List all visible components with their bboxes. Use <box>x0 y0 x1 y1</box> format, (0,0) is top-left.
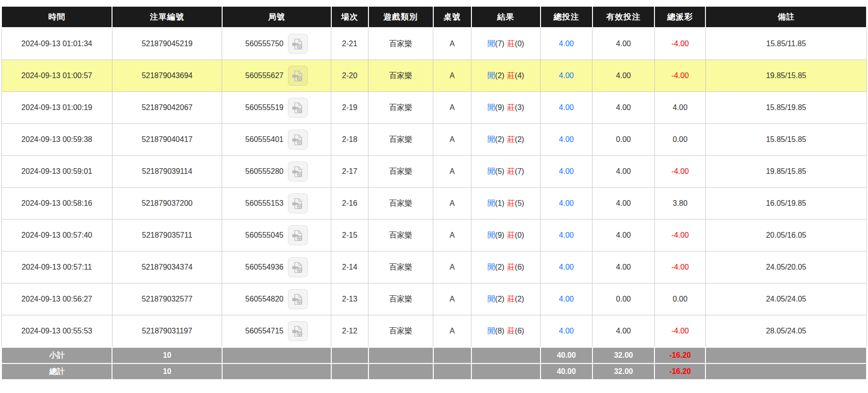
total-bet-link[interactable]: 4.00 <box>559 231 574 239</box>
table-row[interactable]: 2024-09-13 00:57:40 521879035711 5605550… <box>1 220 867 252</box>
total-bet-link[interactable]: 4.00 <box>559 40 574 48</box>
result-banker-label: 莊 <box>507 327 515 335</box>
table-row[interactable]: 2024-09-13 00:59:01 521879039114 5605552… <box>1 156 867 188</box>
round-id-value: 560554820 <box>245 295 284 303</box>
video-replay-button[interactable] <box>288 66 308 86</box>
round-id-value: 560555153 <box>245 199 284 208</box>
video-replay-button[interactable] <box>288 257 308 277</box>
table-no-cell: A <box>433 60 471 92</box>
total-bet-cell: 4.00 <box>541 156 592 188</box>
total-bet-link[interactable]: 4.00 <box>559 199 574 207</box>
video-file-icon <box>291 325 304 338</box>
result-banker-label: 莊 <box>507 167 515 175</box>
table-body: 2024-09-13 01:01:34 521879045219 5605557… <box>1 28 867 347</box>
table-row[interactable]: 2024-09-13 01:00:19 521879042067 5605555… <box>1 92 867 124</box>
video-file-icon <box>291 229 304 242</box>
footer-empty-cell <box>331 363 368 380</box>
result-cell: 閒(9)莊(0) <box>471 220 541 252</box>
video-replay-button[interactable] <box>288 225 308 245</box>
footer-empty-cell <box>368 363 433 380</box>
time-cell: 2024-09-13 01:00:19 <box>1 92 112 124</box>
session-cell: 2-14 <box>331 252 368 283</box>
total-bet-link[interactable]: 4.00 <box>559 103 574 111</box>
total-payout-cell: -4.00 <box>654 252 705 283</box>
video-replay-button[interactable] <box>288 161 308 181</box>
round-id-cell: 560554715 <box>222 315 331 348</box>
total-bet-link[interactable]: 4.00 <box>559 135 574 143</box>
footer-empty-cell <box>705 347 867 363</box>
session-cell: 2-20 <box>331 60 368 92</box>
total-payout-cell: 0.00 <box>654 124 705 156</box>
table-row[interactable]: 2024-09-13 01:01:34 521879045219 5605557… <box>1 28 867 60</box>
total-bet-cell: 4.00 <box>541 188 592 220</box>
table-row[interactable]: 2024-09-13 00:57:11 521879034374 5605549… <box>1 252 867 283</box>
time-cell: 2024-09-13 01:01:34 <box>1 28 112 60</box>
total-bet-link[interactable]: 4.00 <box>559 295 574 303</box>
time-cell: 2024-09-13 00:57:11 <box>1 252 112 283</box>
result-cell: 閒(2)莊(4) <box>471 60 541 92</box>
valid-bet-cell: 4.00 <box>592 220 655 252</box>
table-header: 時間 注單編號 局號 場次 遊戲類別 桌號 結果 總投注 有效投注 總派彩 備註 <box>1 6 867 28</box>
time-cell: 2024-09-13 00:59:01 <box>1 156 112 188</box>
table-row[interactable]: 2024-09-13 01:00:57 521879043694 5605556… <box>1 60 867 92</box>
game-type-cell: 百家樂 <box>368 188 433 220</box>
table-no-cell: A <box>433 252 471 283</box>
video-replay-button[interactable] <box>288 193 308 213</box>
table-row[interactable]: 2024-09-13 00:55:53 521879031197 5605547… <box>1 315 867 348</box>
header-round-id: 局號 <box>222 6 331 28</box>
time-cell: 2024-09-13 00:56:27 <box>1 283 112 315</box>
video-replay-button[interactable] <box>288 130 308 150</box>
result-banker-label: 莊 <box>507 295 515 303</box>
valid-bet-cell: 4.00 <box>592 28 655 60</box>
round-id-value: 560555280 <box>245 167 284 176</box>
game-type-cell: 百家樂 <box>368 252 433 283</box>
video-replay-button[interactable] <box>288 98 308 118</box>
session-cell: 2-18 <box>331 124 368 156</box>
remark-cell: 19.85/15.85 <box>705 60 867 92</box>
valid-bet-cell: 4.00 <box>592 188 655 220</box>
total-payout-cell: 4.00 <box>654 92 705 124</box>
round-id-cell: 560555280 <box>222 156 331 188</box>
total-bet-link[interactable]: 4.00 <box>559 71 574 80</box>
round-id-value: 560555401 <box>245 135 284 144</box>
result-cell: 閒(7)莊(0) <box>471 28 541 60</box>
time-cell: 2024-09-13 00:58:16 <box>1 188 112 220</box>
result-banker-points: (4) <box>515 71 524 80</box>
result-banker-points: (2) <box>515 135 524 143</box>
valid-bet-cell: 4.00 <box>592 252 655 283</box>
result-player-label: 閒 <box>488 199 495 207</box>
result-banker-points: (6) <box>515 327 524 335</box>
footer-empty-cell <box>471 347 541 363</box>
video-file-icon <box>291 293 304 306</box>
total-bet-link[interactable]: 4.00 <box>559 327 574 335</box>
remark-cell: 15.85/15.85 <box>705 124 867 156</box>
result-banker-label: 莊 <box>507 231 515 239</box>
result-player-label: 閒 <box>488 263 495 271</box>
total-bet-link[interactable]: 4.00 <box>559 167 574 175</box>
result-player-points: (9) <box>495 231 505 239</box>
header-total-bet: 總投注 <box>541 6 592 28</box>
total-bet-link[interactable]: 4.00 <box>559 263 574 271</box>
video-replay-button[interactable] <box>288 321 308 341</box>
total-bet-cell: 4.00 <box>541 220 592 252</box>
valid-bet-cell: 4.00 <box>592 315 655 348</box>
table-row[interactable]: 2024-09-13 00:56:27 521879032577 5605548… <box>1 283 867 315</box>
bet-id-cell: 521879032577 <box>112 283 222 315</box>
total-payout-cell: 0.00 <box>654 283 705 315</box>
result-player-points: (9) <box>495 103 505 111</box>
result-player-label: 閒 <box>488 231 495 239</box>
header-time: 時間 <box>1 6 112 28</box>
session-cell: 2-16 <box>331 188 368 220</box>
table-row[interactable]: 2024-09-13 00:59:38 521879040417 5605554… <box>1 124 867 156</box>
table-row[interactable]: 2024-09-13 00:58:16 521879037200 5605551… <box>1 188 867 220</box>
video-replay-button[interactable] <box>288 289 308 309</box>
round-id-value: 560555519 <box>245 103 284 112</box>
remark-cell: 20.05/16.05 <box>705 220 867 252</box>
video-replay-button[interactable] <box>288 34 308 54</box>
game-type-cell: 百家樂 <box>368 60 433 92</box>
bet-id-cell: 521879035711 <box>112 220 222 252</box>
result-cell: 閒(8)莊(6) <box>471 315 541 348</box>
result-player-points: (8) <box>495 327 505 335</box>
grand-total-payout: -16.20 <box>654 363 705 380</box>
time-cell: 2024-09-13 00:55:53 <box>1 315 112 348</box>
